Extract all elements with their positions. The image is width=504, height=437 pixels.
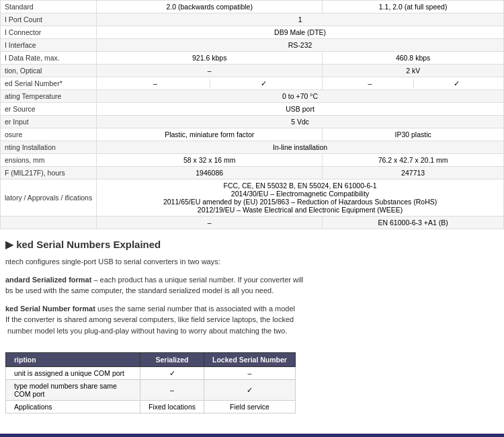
spec-label: I Interface bbox=[1, 39, 97, 52]
comparison-serialized: – bbox=[140, 380, 204, 401]
para1-bold: andard Serialized format bbox=[5, 276, 91, 284]
comparison-header: ription bbox=[6, 353, 140, 367]
spec-row: nting InstallationIn-line installation bbox=[1, 141, 504, 154]
spec-row: latory / Approvals / ificationsFCC, CE, … bbox=[1, 180, 504, 216]
spec-value-col2: 460.8 kbps bbox=[323, 52, 504, 65]
comparison-desc: unit is assigned a unique COM port bbox=[6, 367, 140, 380]
spec-row: Standard2.0 (backwards compatible)1.1, 2… bbox=[1, 1, 504, 13]
spec-label: tion, Optical bbox=[1, 65, 97, 77]
spec-value-col2: 247713 bbox=[323, 167, 504, 180]
comparison-locked: – bbox=[204, 367, 296, 380]
spec-value-col1: – bbox=[97, 216, 323, 229]
comparison-desc: Applications bbox=[6, 401, 140, 413]
spec-value: 5 Vdc bbox=[97, 116, 504, 128]
spec-value: 1 bbox=[97, 13, 504, 26]
spec-row: er SourceUSB port bbox=[1, 103, 504, 116]
spec-value-col1: Plastic, miniature form factor bbox=[97, 128, 323, 141]
section-heading-text: ked Serial Numbers Explained bbox=[16, 239, 161, 250]
spec-label: ating Temperature bbox=[1, 90, 97, 103]
spec-value-col2: 76.2 x 42.7 x 20.1 mm bbox=[323, 154, 504, 167]
comparison-locked: ✓ bbox=[204, 380, 296, 401]
spec-label: ensions, mm bbox=[1, 154, 97, 167]
spec-row: –EN 61000-6-3 +A1 (B) bbox=[1, 216, 504, 229]
spec-row: I Port Count1 bbox=[1, 13, 504, 26]
comparison-row: ApplicationsFixed locationsField service bbox=[6, 401, 296, 413]
comparison-section: riptionSerializedLocked Serial Number un… bbox=[0, 342, 504, 420]
spec-value-col1: – bbox=[97, 65, 323, 77]
section-heading: ▶ ked Serial Numbers Explained bbox=[0, 229, 504, 255]
para2-bold: ked Serial Number format bbox=[5, 305, 95, 313]
comparison-serialized: ✓ bbox=[140, 367, 204, 380]
spec-label: latory / Approvals / ifications bbox=[1, 180, 97, 216]
spec-row: ed Serial Number*–✓–✓ bbox=[1, 77, 504, 90]
spec-value: DB9 Male (DTE) bbox=[97, 26, 504, 39]
spec-label: er Source bbox=[1, 103, 97, 116]
comparison-row: type model numbers share same COM port–✓ bbox=[6, 380, 296, 401]
para1: andard Serialized format – each product … bbox=[0, 273, 504, 302]
comparison-header: Locked Serial Number bbox=[204, 353, 296, 367]
spec-label: osure bbox=[1, 128, 97, 141]
comparison-row: unit is assigned a unique COM port✓– bbox=[6, 367, 296, 380]
spec-row: osurePlastic, miniature form factorIP30 … bbox=[1, 128, 504, 141]
spec-row: I InterfaceRS-232 bbox=[1, 39, 504, 52]
spec-value: RS-232 bbox=[97, 39, 504, 52]
spec-value-col1: 58 x 32 x 16 mm bbox=[97, 154, 323, 167]
comparison-desc: type model numbers share same COM port bbox=[6, 380, 140, 401]
spec-value-col2: 2 kV bbox=[323, 65, 504, 77]
spec-label: ed Serial Number* bbox=[1, 77, 97, 90]
spec-row: I Data Rate, max.921.6 kbps460.8 kbps bbox=[1, 52, 504, 65]
comparison-header: Serialized bbox=[140, 353, 204, 367]
intro-text: ntech configures single-port USB to seri… bbox=[5, 257, 220, 266]
spec-value-col1: 1946086 bbox=[97, 167, 323, 180]
spec-label: er Input bbox=[1, 116, 97, 128]
spec-row: F (MIL217F), hours1946086247713 bbox=[1, 167, 504, 180]
spec-row: ating Temperature0 to +70 °C bbox=[1, 90, 504, 103]
spec-row: tion, Optical–2 kV bbox=[1, 65, 504, 77]
spec-value-col2: EN 61000-6-3 +A1 (B) bbox=[323, 216, 504, 229]
spec-value-col2: 1.1, 2.0 (at full speed) bbox=[323, 1, 504, 13]
spec-label: I Data Rate, max. bbox=[1, 52, 97, 65]
spec-value-right: –✓ bbox=[323, 77, 504, 90]
spec-value-col1: 2.0 (backwards compatible) bbox=[97, 1, 323, 13]
spec-value: USB port bbox=[97, 103, 504, 116]
spec-value-middle: –✓ bbox=[97, 77, 323, 90]
section-intro: ntech configures single-port USB to seri… bbox=[0, 255, 504, 273]
spec-row: er Input5 Vdc bbox=[1, 116, 504, 128]
footer-bar: DANTECH Intelligent Connectivity bbox=[0, 434, 504, 437]
spec-value-col1: 921.6 kbps bbox=[97, 52, 323, 65]
spec-label: I Port Count bbox=[1, 13, 97, 26]
spec-row: ensions, mm58 x 32 x 16 mm76.2 x 42.7 x … bbox=[1, 154, 504, 167]
spec-label: I Connector bbox=[1, 26, 97, 39]
specs-table: Standard2.0 (backwards compatible)1.1, 2… bbox=[0, 0, 504, 229]
spec-value: FCC, CE, EN 55032 B, EN 55024, EN 61000-… bbox=[97, 180, 504, 216]
para2: ked Serial Number format uses the same s… bbox=[0, 302, 504, 342]
spec-label: nting Installation bbox=[1, 141, 97, 154]
spec-label bbox=[1, 216, 97, 229]
comparison-serialized: Fixed locations bbox=[140, 401, 204, 413]
spec-label: Standard bbox=[1, 1, 97, 13]
heading-icon: ▶ bbox=[5, 239, 13, 250]
spec-row: I ConnectorDB9 Male (DTE) bbox=[1, 26, 504, 39]
spec-value: In-line installation bbox=[97, 141, 504, 154]
spec-value: 0 to +70 °C bbox=[97, 90, 504, 103]
comparison-table: riptionSerializedLocked Serial Number un… bbox=[5, 352, 296, 413]
spec-label: F (MIL217F), hours bbox=[1, 167, 97, 180]
comparison-locked: Field service bbox=[204, 401, 296, 413]
spec-value-col2: IP30 plastic bbox=[323, 128, 504, 141]
